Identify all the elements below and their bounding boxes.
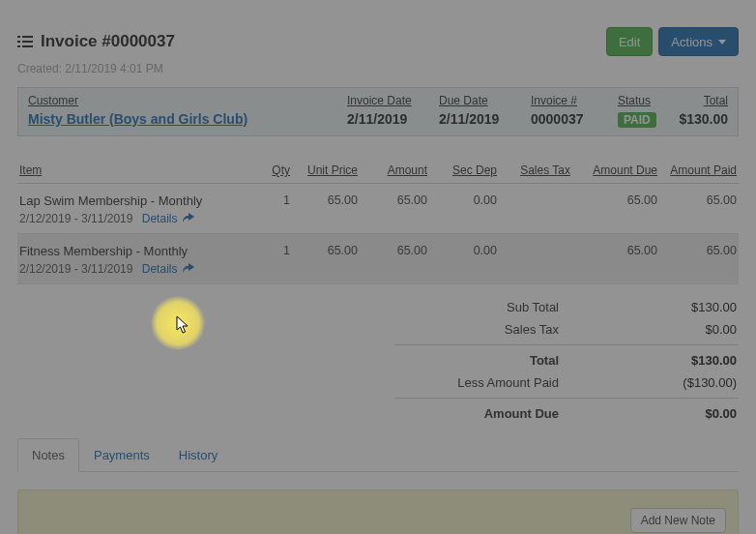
- item-period: 2/12/2019 - 3/11/2019: [19, 262, 132, 276]
- item-sec-dep: 0.00: [427, 193, 497, 207]
- tab-history[interactable]: History: [164, 438, 232, 471]
- tab-notes[interactable]: Notes: [17, 438, 79, 472]
- edit-button[interactable]: Edit: [606, 27, 653, 56]
- less-paid-value: ($130.00): [582, 375, 737, 390]
- header-due-date: Due Date: [439, 94, 531, 111]
- item-amount-paid: 65.00: [657, 193, 737, 207]
- notes-panel: Add New Note: [17, 490, 739, 534]
- item-name: Fitness Membership - Monthly: [19, 244, 251, 258]
- created-timestamp: Created: 2/11/2019 4:01 PM: [17, 62, 739, 75]
- header-status: Status: [618, 94, 676, 111]
- invoice-summary-box: Customer Invoice Date Due Date Invoice #…: [17, 87, 739, 136]
- table-row: Lap Swim Membership - Monthly 2/12/2019 …: [17, 184, 739, 234]
- actions-dropdown-button[interactable]: Actions: [658, 27, 739, 56]
- add-note-button[interactable]: Add New Note: [630, 508, 726, 533]
- table-row: Fitness Membership - Monthly 2/12/2019 -…: [17, 234, 739, 284]
- svg-rect-1: [22, 36, 33, 38]
- less-paid-label: Less Amount Paid: [396, 375, 582, 390]
- item-qty: 1: [251, 244, 290, 257]
- page-title: Invoice #0000037: [41, 32, 175, 51]
- subtotal-label: Sub Total: [396, 300, 582, 314]
- svg-rect-2: [17, 41, 20, 43]
- actions-label: Actions: [671, 35, 712, 49]
- item-amount-due: 65.00: [570, 244, 657, 257]
- item-unit-price: 65.00: [290, 193, 358, 207]
- items-header-row: Item Qty Unit Price Amount Sec Dep Sales…: [17, 158, 739, 184]
- list-icon: [17, 35, 33, 48]
- value-total: $130.00: [676, 111, 728, 128]
- item-amount: 65.00: [358, 193, 427, 207]
- item-amount: 65.00: [358, 244, 427, 257]
- col-qty: Qty: [251, 163, 290, 177]
- header-total: Total: [676, 94, 728, 111]
- salestax-value: $0.00: [582, 322, 737, 337]
- item-name: Lap Swim Membership - Monthly: [19, 193, 251, 208]
- item-qty: 1: [251, 193, 290, 207]
- total-label: Total: [396, 353, 582, 368]
- tabs: Notes Payments History: [17, 438, 739, 472]
- salestax-label: Sales Tax: [396, 322, 582, 337]
- value-invoice-date: 2/11/2019: [347, 111, 439, 128]
- item-unit-price: 65.00: [290, 244, 358, 257]
- col-sec-dep: Sec Dep: [427, 163, 497, 177]
- amount-due-label: Amount Due: [396, 406, 582, 421]
- value-invoice-no: 0000037: [531, 111, 618, 128]
- item-sec-dep: 0.00: [427, 244, 497, 257]
- col-amount-due: Amount Due: [570, 163, 657, 177]
- share-icon[interactable]: [183, 262, 194, 272]
- col-amount: Amount: [358, 163, 427, 177]
- svg-rect-4: [17, 45, 20, 47]
- svg-rect-0: [17, 36, 20, 38]
- status-badge: PAID: [618, 112, 656, 128]
- amount-due-value: $0.00: [582, 406, 737, 421]
- share-icon[interactable]: [183, 212, 194, 222]
- item-amount-paid: 65.00: [657, 244, 737, 257]
- caret-down-icon: [718, 40, 726, 44]
- col-sales-tax: Sales Tax: [497, 163, 570, 177]
- col-amount-paid: Amount Paid: [657, 163, 737, 177]
- customer-link[interactable]: Misty Butler (Boys and Girls Club): [28, 111, 247, 127]
- col-unit-price: Unit Price: [290, 163, 358, 177]
- header-invoice-date: Invoice Date: [347, 94, 439, 111]
- subtotal-value: $130.00: [582, 300, 737, 314]
- tab-payments[interactable]: Payments: [79, 438, 164, 471]
- col-item: Item: [19, 163, 251, 177]
- value-due-date: 2/11/2019: [439, 111, 531, 128]
- svg-rect-5: [22, 45, 33, 47]
- item-amount-due: 65.00: [570, 193, 657, 207]
- item-period: 2/12/2019 - 3/11/2019: [19, 212, 132, 225]
- header-customer: Customer: [28, 94, 347, 111]
- details-link[interactable]: Details: [142, 262, 178, 276]
- svg-rect-3: [22, 41, 33, 43]
- details-link[interactable]: Details: [142, 212, 178, 225]
- total-value: $130.00: [582, 353, 737, 368]
- header-invoice-no: Invoice #: [531, 94, 618, 111]
